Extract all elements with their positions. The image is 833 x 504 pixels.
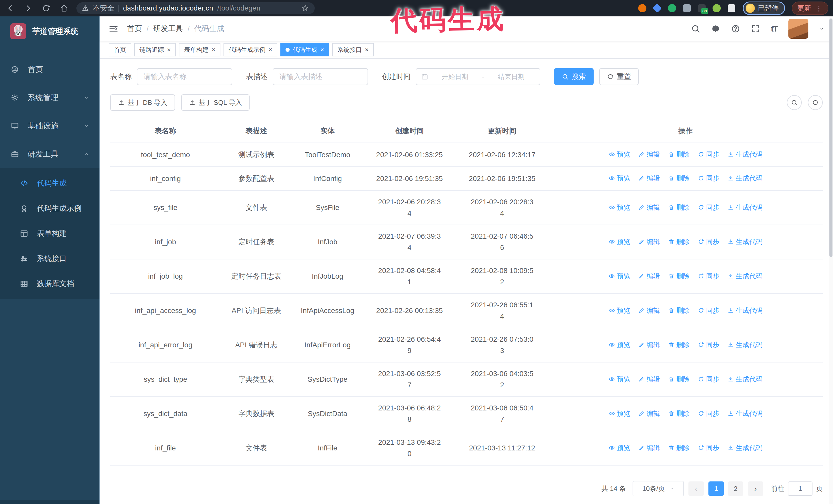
extension-icon[interactable]: [727, 4, 736, 13]
action-delete[interactable]: 删除: [668, 305, 690, 316]
action-sync[interactable]: 同步: [698, 374, 719, 385]
table-desc-input[interactable]: [273, 68, 368, 85]
help-icon[interactable]: [731, 24, 740, 33]
action-eye[interactable]: 预览: [609, 172, 630, 184]
action-edit[interactable]: 编辑: [639, 408, 660, 419]
page-button-2[interactable]: 2: [728, 481, 743, 496]
font-size-icon[interactable]: tT: [771, 24, 778, 33]
scrollbar-thumb[interactable]: [829, 19, 832, 257]
action-sync[interactable]: 同步: [698, 236, 719, 247]
action-edit[interactable]: 编辑: [639, 236, 660, 247]
action-delete[interactable]: 删除: [668, 339, 690, 351]
action-delete[interactable]: 删除: [668, 442, 690, 454]
action-sync[interactable]: 同步: [698, 202, 719, 213]
action-eye[interactable]: 预览: [609, 442, 630, 454]
bookmark-star-icon[interactable]: [302, 4, 309, 12]
sidebar-subitem-3[interactable]: 系统接口: [0, 246, 100, 271]
action-delete[interactable]: 删除: [668, 408, 690, 419]
browser-profile-chip[interactable]: 已暂停: [743, 2, 785, 15]
browser-home-icon[interactable]: [58, 3, 70, 14]
action-download[interactable]: 生成代码: [728, 236, 763, 247]
start-date-input[interactable]: [432, 73, 478, 81]
action-download[interactable]: 生成代码: [728, 270, 763, 282]
reset-button[interactable]: 重置: [599, 68, 639, 85]
browser-menu-icon[interactable]: ⋮: [815, 4, 823, 13]
sidebar-item-3[interactable]: 研发工具: [0, 140, 100, 168]
github-icon[interactable]: [711, 24, 720, 33]
sidebar-item-1[interactable]: 系统管理: [0, 83, 100, 112]
extension-icon[interactable]: [638, 4, 647, 13]
toggle-search-button[interactable]: [787, 95, 802, 110]
end-date-input[interactable]: [488, 73, 535, 81]
search-button[interactable]: 搜索: [554, 68, 594, 85]
tab-5[interactable]: 系统接口×: [332, 43, 374, 56]
breadcrumb-home[interactable]: 首页: [127, 24, 142, 34]
date-range-picker[interactable]: -: [416, 68, 540, 85]
action-delete[interactable]: 删除: [668, 374, 690, 385]
sidebar-item-2[interactable]: 基础设施: [0, 112, 100, 140]
close-icon[interactable]: ×: [167, 47, 171, 53]
browser-reload-icon[interactable]: [41, 3, 52, 14]
sidebar-item-0[interactable]: 首页: [0, 55, 100, 83]
action-eye[interactable]: 预览: [609, 236, 630, 247]
sidebar-subitem-4[interactable]: 数据库文档: [0, 271, 100, 296]
prev-page-button[interactable]: ‹: [688, 481, 704, 496]
avatar-caret-icon[interactable]: [819, 26, 824, 31]
action-delete[interactable]: 删除: [668, 149, 690, 160]
sidebar-subitem-1[interactable]: 代码生成示例: [0, 196, 100, 221]
action-download[interactable]: 生成代码: [728, 408, 763, 419]
action-sync[interactable]: 同步: [698, 339, 719, 351]
action-download[interactable]: 生成代码: [728, 339, 763, 351]
action-sync[interactable]: 同步: [698, 305, 719, 316]
extension-icon[interactable]: [652, 4, 662, 13]
tab-1[interactable]: 链路追踪×: [134, 43, 176, 56]
action-eye[interactable]: 预览: [609, 374, 630, 385]
close-icon[interactable]: ×: [365, 47, 368, 53]
close-icon[interactable]: ×: [269, 47, 272, 53]
page-button-1[interactable]: 1: [709, 481, 724, 496]
action-edit[interactable]: 编辑: [639, 202, 660, 213]
close-icon[interactable]: ×: [212, 47, 215, 53]
hamburger-icon[interactable]: [109, 24, 118, 33]
sidebar-logo[interactable]: 🐰 芋道管理系统: [0, 17, 100, 46]
refresh-table-button[interactable]: [808, 95, 823, 110]
sidebar-subitem-0[interactable]: 代码生成: [0, 171, 100, 196]
action-edit[interactable]: 编辑: [639, 305, 660, 316]
action-edit[interactable]: 编辑: [639, 442, 660, 454]
action-eye[interactable]: 预览: [609, 270, 630, 282]
action-delete[interactable]: 删除: [668, 202, 690, 213]
extension-icon[interactable]: on: [697, 4, 706, 13]
action-sync[interactable]: 同步: [698, 442, 719, 454]
browser-forward-icon[interactable]: [23, 3, 34, 14]
action-eye[interactable]: 预览: [609, 305, 630, 316]
action-eye[interactable]: 预览: [609, 339, 630, 351]
action-sync[interactable]: 同步: [698, 172, 719, 184]
action-edit[interactable]: 编辑: [639, 172, 660, 184]
action-delete[interactable]: 删除: [668, 236, 690, 247]
next-page-button[interactable]: ›: [748, 481, 763, 496]
action-sync[interactable]: 同步: [698, 270, 719, 282]
action-download[interactable]: 生成代码: [728, 172, 763, 184]
action-download[interactable]: 生成代码: [728, 305, 763, 316]
action-download[interactable]: 生成代码: [728, 374, 763, 385]
browser-update-button[interactable]: 更新 ⋮: [792, 2, 828, 15]
import-db-button[interactable]: 基于 DB 导入: [110, 94, 175, 111]
action-sync[interactable]: 同步: [698, 149, 719, 160]
user-avatar[interactable]: [788, 19, 808, 39]
tab-0[interactable]: 首页: [109, 43, 131, 56]
action-eye[interactable]: 预览: [609, 202, 630, 213]
breadcrumb-dev-tools[interactable]: 研发工具: [153, 24, 183, 34]
page-size-select[interactable]: 10条/页: [633, 481, 684, 496]
browser-back-icon[interactable]: [5, 3, 16, 14]
header-search-icon[interactable]: [691, 24, 700, 33]
tab-4[interactable]: 代码生成×: [280, 43, 329, 56]
sidebar-collapse-bar[interactable]: [0, 500, 100, 504]
action-edit[interactable]: 编辑: [639, 339, 660, 351]
table-name-input[interactable]: [137, 68, 232, 85]
action-eye[interactable]: 预览: [609, 408, 630, 419]
fullscreen-icon[interactable]: [751, 24, 760, 33]
action-download[interactable]: 生成代码: [728, 202, 763, 213]
tab-3[interactable]: 代码生成示例×: [223, 43, 277, 56]
action-delete[interactable]: 删除: [668, 172, 690, 184]
sidebar-subitem-2[interactable]: 表单构建: [0, 221, 100, 246]
